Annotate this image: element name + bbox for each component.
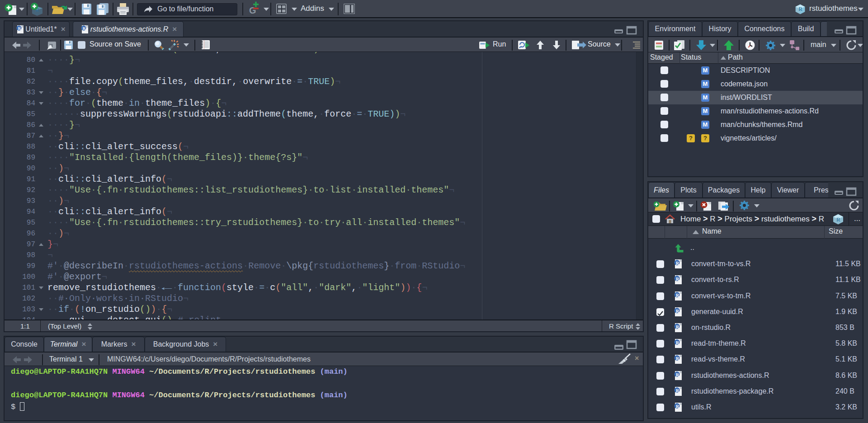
svg-text:R: R — [676, 277, 679, 282]
svg-text:R: R — [676, 261, 679, 266]
svg-text:G: G — [249, 5, 256, 15]
svg-text:R: R — [798, 6, 802, 12]
svg-text:R: R — [18, 26, 21, 31]
svg-text:R: R — [676, 293, 679, 298]
svg-text:R: R — [83, 26, 86, 31]
svg-text:R: R — [676, 356, 679, 361]
svg-text:R: R — [676, 324, 679, 329]
svg-text:R: R — [676, 309, 679, 314]
svg-text:R: R — [676, 388, 679, 393]
svg-text:R: R — [676, 404, 679, 409]
svg-text:R: R — [676, 340, 679, 345]
svg-text:R: R — [676, 372, 679, 377]
svg-text:R: R — [836, 216, 840, 223]
